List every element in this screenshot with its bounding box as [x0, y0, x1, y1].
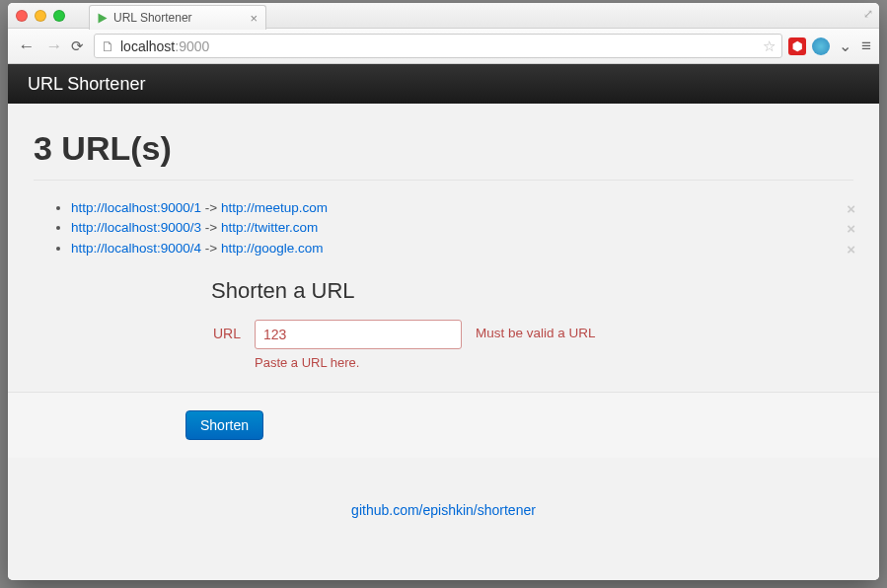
shorten-form: Shorten a URL URL Paste a URL here. Must… — [211, 278, 853, 370]
arrow-text: -> — [205, 200, 221, 215]
url-list-item: http://localhost:9000/1 -> http://meetup… — [71, 198, 853, 218]
arrow-text: -> — [205, 241, 221, 256]
close-window-button[interactable] — [16, 10, 28, 22]
url-list-item: http://localhost:9000/4 -> http://google… — [71, 239, 853, 258]
chrome-menu-icon[interactable]: ≡ — [861, 37, 871, 56]
short-url-link[interactable]: http://localhost:9000/3 — [71, 220, 201, 235]
arrow-text: -> — [205, 220, 221, 235]
window-titlebar: URL Shortener × ⤢ — [8, 3, 879, 29]
short-url-link[interactable]: http://localhost:9000/1 — [71, 200, 201, 215]
github-link[interactable]: github.com/epishkin/shortener — [351, 502, 536, 518]
page-header: 3 URL(s) — [34, 115, 853, 181]
app-brand: URL Shortener — [28, 74, 145, 95]
adblock-extension-icon[interactable]: ⬢ — [788, 37, 806, 55]
reload-button[interactable]: ⟳ — [71, 37, 84, 55]
url-help-text: Paste a URL here. — [255, 355, 462, 370]
form-actions: Shorten — [8, 392, 879, 458]
minimize-window-button[interactable] — [35, 10, 46, 22]
page-icon: 🗋 — [101, 38, 114, 54]
footer: github.com/epishkin/shortener — [34, 501, 853, 519]
play-favicon-icon — [99, 13, 108, 23]
main-container: 3 URL(s) http://localhost:9000/1 -> http… — [8, 104, 879, 531]
form-field: Paste a URL here. — [255, 320, 462, 370]
forward-button[interactable]: → — [43, 37, 65, 56]
url-text: localhost:9000 — [120, 38, 757, 54]
url-error-text: Must be valid a URL — [476, 320, 596, 340]
fullscreen-icon[interactable]: ⤢ — [863, 7, 873, 21]
delete-url-icon[interactable]: × — [847, 218, 855, 241]
tab-close-icon[interactable]: × — [250, 11, 258, 26]
long-url-link[interactable]: http://meetup.com — [221, 200, 328, 215]
long-url-link[interactable]: http://twitter.com — [221, 220, 318, 235]
delete-url-icon[interactable]: × — [847, 198, 855, 221]
url-label: URL — [211, 320, 241, 341]
form-row: URL Paste a URL here. Must be valid a UR… — [211, 320, 853, 370]
tab-title: URL Shortener — [113, 11, 244, 25]
zoom-window-button[interactable] — [53, 10, 65, 22]
url-list: http://localhost:9000/1 -> http://meetup… — [34, 198, 853, 258]
bookmark-star-icon[interactable]: ☆ — [763, 37, 776, 55]
globe-extension-icon[interactable] — [812, 37, 830, 55]
short-url-link[interactable]: http://localhost:9000/4 — [71, 241, 201, 256]
delete-url-icon[interactable]: × — [847, 239, 855, 261]
shorten-button[interactable]: Shorten — [185, 410, 263, 440]
url-list-item: http://localhost:9000/3 -> http://twitte… — [71, 218, 853, 238]
app-navbar: URL Shortener — [8, 64, 879, 104]
traffic-lights — [16, 10, 65, 22]
browser-toolbar: ← → ⟳ 🗋 localhost:9000 ☆ ⬢ ⌄ ≡ — [8, 29, 879, 64]
url-input[interactable] — [255, 320, 462, 349]
page-title: 3 URL(s) — [34, 129, 853, 168]
browser-tab[interactable]: URL Shortener × — [89, 5, 266, 30]
address-bar[interactable]: 🗋 localhost:9000 ☆ — [94, 34, 782, 58]
browser-window: URL Shortener × ⤢ ← → ⟳ 🗋 localhost:9000… — [8, 3, 879, 580]
form-heading: Shorten a URL — [211, 278, 853, 304]
url-port: :9000 — [175, 38, 209, 54]
url-host: localhost — [120, 38, 175, 54]
long-url-link[interactable]: http://google.com — [221, 241, 324, 256]
page-content: URL Shortener 3 URL(s) http://localhost:… — [8, 64, 879, 580]
pocket-extension-icon[interactable]: ⌄ — [836, 37, 853, 55]
back-button[interactable]: ← — [16, 37, 37, 56]
